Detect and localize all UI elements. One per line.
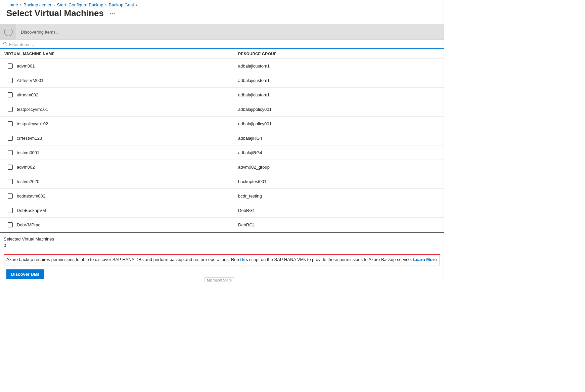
resource-group: adbalajiRG4 bbox=[238, 136, 441, 141]
table-row[interactable]: testpolicyvm102 adbalajipolicy001 bbox=[0, 117, 444, 131]
column-header-rg[interactable]: RESOURCE GROUP bbox=[238, 52, 441, 56]
svg-line-1 bbox=[6, 45, 7, 46]
resource-group: DebRG1 bbox=[238, 222, 441, 227]
search-icon bbox=[3, 42, 7, 47]
vm-name: APtestVM001 bbox=[17, 78, 44, 83]
vm-name: advm002 bbox=[17, 165, 35, 170]
breadcrumb: Home › Backup center › Start: Configure … bbox=[0, 0, 444, 8]
row-checkbox[interactable] bbox=[8, 208, 13, 213]
resource-group: DebRG1 bbox=[238, 208, 441, 213]
vm-name: bcdrtestvm002 bbox=[17, 193, 45, 199]
bottom-panel: Selected Virtual Machines 0 Azure backup… bbox=[0, 232, 444, 282]
row-checkbox[interactable] bbox=[8, 136, 13, 141]
resource-group: bcdr_testing bbox=[238, 193, 441, 199]
resource-group: adbalajicustom1 bbox=[238, 92, 441, 97]
table-row[interactable]: testvm2020 backuptest001 bbox=[0, 174, 444, 189]
vm-name: DebBackupVM bbox=[17, 208, 46, 213]
vm-name: advm001 bbox=[17, 63, 35, 69]
table-row[interactable]: ultravm002 adbalajicustom1 bbox=[0, 88, 444, 102]
table-row[interactable]: advm001 adbalajicustom1 bbox=[0, 59, 444, 73]
vm-name: testvm2020 bbox=[17, 179, 39, 184]
table-row[interactable]: crrtestvm123 adbalajiRG4 bbox=[0, 131, 444, 145]
table-row[interactable]: APtestVM001 adbalajicustom1 bbox=[0, 73, 444, 88]
svg-point-0 bbox=[4, 42, 6, 45]
vm-name: crrtestvm123 bbox=[17, 136, 42, 141]
resource-group: adbalajicustom1 bbox=[238, 78, 441, 83]
discover-dbs-button[interactable]: Discover DBs bbox=[6, 269, 44, 279]
row-checkbox[interactable] bbox=[8, 78, 13, 83]
row-checkbox[interactable] bbox=[8, 121, 13, 126]
row-checkbox[interactable] bbox=[8, 193, 13, 199]
vm-name: testpolicyvm101 bbox=[17, 107, 48, 112]
microsoft-store-label: Microsoft Store bbox=[205, 277, 234, 282]
breadcrumb-backup-goal[interactable]: Backup Goal bbox=[109, 2, 134, 7]
table-row[interactable]: bcdrtestvm002 bcdr_testing bbox=[0, 189, 444, 203]
filter-input[interactable] bbox=[9, 42, 441, 47]
resource-group: adbalajicustom1 bbox=[238, 63, 441, 69]
table-row[interactable]: advm002 advm002_group bbox=[0, 160, 444, 174]
vm-name: testvm0001 bbox=[17, 150, 39, 155]
breadcrumb-backup-center[interactable]: Backup center bbox=[24, 2, 51, 7]
column-header-name[interactable]: VIRTUAL MACHINE NAME bbox=[3, 52, 238, 56]
chevron-right-icon: › bbox=[105, 2, 107, 7]
vm-name: testpolicyvm102 bbox=[17, 121, 48, 126]
breadcrumb-home[interactable]: Home bbox=[6, 2, 18, 7]
status-text: Discovering Items.. bbox=[16, 30, 58, 35]
row-checkbox[interactable] bbox=[8, 63, 13, 69]
table-row[interactable]: DebBackupVM DebRG1 bbox=[0, 203, 444, 218]
page-title: Select Virtual Machines bbox=[6, 8, 104, 18]
filter-row bbox=[0, 40, 444, 49]
resource-group: adbalajipolicy001 bbox=[238, 107, 441, 112]
row-checkbox[interactable] bbox=[8, 150, 13, 155]
chevron-right-icon: › bbox=[20, 2, 21, 7]
info-text-mid: script on the SAP HANA VMs to provide th… bbox=[248, 257, 413, 262]
row-checkbox[interactable] bbox=[8, 179, 13, 184]
row-checkbox[interactable] bbox=[8, 165, 13, 170]
table-header: VIRTUAL MACHINE NAME RESOURCE GROUP bbox=[0, 49, 444, 59]
resource-group: advm002_group bbox=[238, 165, 441, 170]
permission-info-box: Azure backup requires permissions to abl… bbox=[4, 254, 440, 265]
info-text-pre: Azure backup requires permissions to abl… bbox=[6, 257, 240, 262]
table-row[interactable]: testvm0001 adbalajiRG4 bbox=[0, 145, 444, 160]
vm-name: DebVMPrac bbox=[17, 222, 40, 227]
script-link[interactable]: this bbox=[240, 257, 248, 262]
row-checkbox[interactable] bbox=[8, 222, 13, 227]
row-checkbox[interactable] bbox=[8, 92, 13, 97]
vm-name: ultravm002 bbox=[17, 92, 38, 97]
page-header: Select Virtual Machines ··· bbox=[0, 8, 444, 24]
table-row[interactable]: DebVMPrac DebRG1 bbox=[0, 218, 444, 232]
learn-more-link[interactable]: Learn More bbox=[413, 257, 437, 262]
chevron-right-icon: › bbox=[53, 2, 55, 7]
selected-vm-count: 0 bbox=[4, 243, 440, 248]
resource-group: adbalajiRG4 bbox=[238, 150, 441, 155]
row-checkbox[interactable] bbox=[8, 107, 13, 112]
chevron-right-icon: › bbox=[136, 2, 137, 7]
selected-vm-label: Selected Virtual Machines bbox=[4, 236, 440, 242]
spinner-container bbox=[0, 24, 16, 40]
resource-group: backuptest001 bbox=[238, 179, 441, 184]
more-button[interactable]: ··· bbox=[110, 10, 115, 16]
status-bar: Discovering Items.. bbox=[0, 24, 444, 40]
spinner-icon bbox=[4, 28, 13, 36]
table-row[interactable]: testpolicyvm101 adbalajipolicy001 bbox=[0, 102, 444, 117]
resource-group: adbalajipolicy001 bbox=[238, 121, 441, 126]
breadcrumb-configure-backup[interactable]: Start: Configure Backup bbox=[57, 2, 103, 7]
